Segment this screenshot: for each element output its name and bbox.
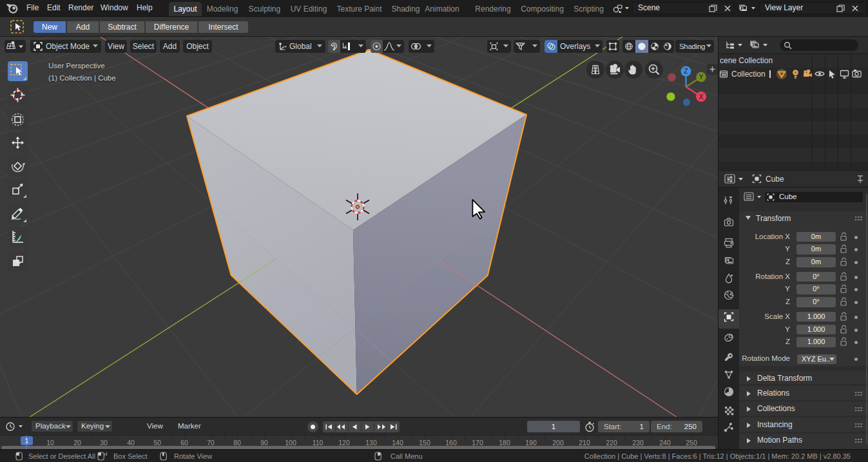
svg-text:X: X — [699, 93, 703, 101]
svg-text:Z: Z — [684, 67, 688, 75]
svg-text:Y: Y — [699, 73, 703, 81]
